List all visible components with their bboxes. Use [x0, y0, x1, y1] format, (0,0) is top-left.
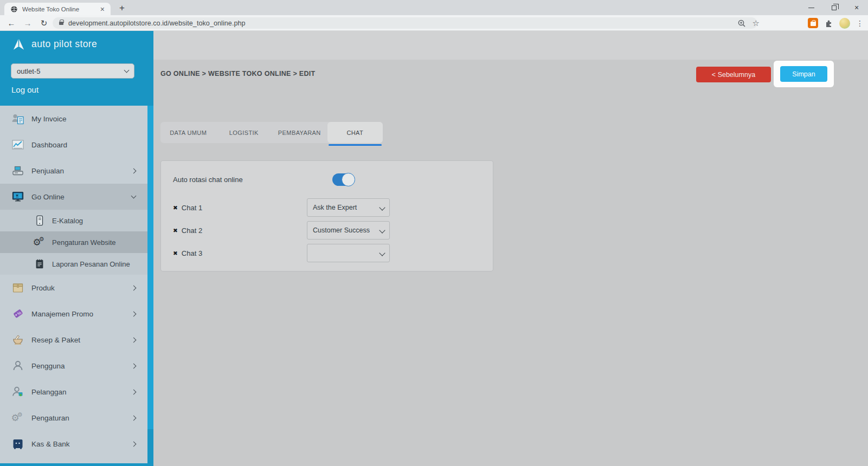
- window-close-button[interactable]: ×: [845, 0, 868, 15]
- sidebar-item-pengaturan-website[interactable]: ⚙⚙ Pengaturan Website: [0, 231, 147, 253]
- browser-toolbar: ← → ↻ development.autopilotstore.co.id/w…: [0, 15, 868, 31]
- remove-cross-icon[interactable]: ✖: [173, 204, 178, 211]
- mortar-pestle-icon: [11, 333, 25, 346]
- previous-button[interactable]: < Sebelumnya: [696, 67, 771, 82]
- back-button[interactable]: ←: [4, 16, 18, 30]
- website-settings-gears-icon: ⚙⚙: [33, 236, 47, 249]
- sidebar-item-laporan-pesanan-online[interactable]: Laporan Pesanan Online: [0, 253, 147, 275]
- sidebar-item-label: Produk: [31, 284, 55, 292]
- auto-rotate-chat-label: Auto rotasi chat online: [173, 176, 307, 184]
- browser-tab[interactable]: Website Toko Online ×: [4, 3, 111, 15]
- chevron-down-icon: [131, 193, 137, 199]
- product-box-icon: [11, 281, 25, 294]
- tab-chat[interactable]: CHAT: [327, 122, 383, 143]
- restore-icon: [832, 5, 837, 10]
- browser-tab-title: Website Toko Online: [22, 6, 99, 12]
- remove-cross-icon[interactable]: ✖: [173, 227, 178, 234]
- chat-2-select-wrap: Customer Success: [307, 221, 390, 240]
- sidebar-item-label: Manajemen Promo: [31, 310, 93, 318]
- sidebar-item-pelanggan[interactable]: Pelanggan: [0, 379, 147, 405]
- chevron-right-icon: [131, 285, 137, 290]
- lock-icon: [59, 22, 63, 25]
- sidebar-item-e-katalog[interactable]: E-Katalog: [0, 210, 147, 231]
- chat-2-label: ✖ Chat 2: [173, 226, 307, 235]
- save-button-highlight: Simpan: [774, 61, 834, 87]
- sidebar-item-go-online[interactable]: Go Online: [0, 184, 147, 210]
- sidebar: auto pilot store outlet-5 Log out My Inv…: [0, 31, 153, 466]
- auto-rotate-chat-toggle[interactable]: [332, 173, 354, 186]
- outlet-select-value: outlet-5: [17, 67, 125, 75]
- settings-gears-icon: ⚙⚙: [11, 411, 25, 424]
- breadcrumb: GO ONLINE > WEBSITE TOKO ONLINE > EDIT: [160, 70, 316, 77]
- window-restore-button[interactable]: [822, 0, 845, 15]
- chevron-right-icon: [131, 337, 137, 342]
- sidebar-item-label: Pelanggan: [31, 388, 67, 396]
- sidebar-menu: My Invoice Dashboard Penjualan Go O: [0, 106, 147, 463]
- chat-1-label-text: Chat 1: [182, 204, 202, 212]
- forward-button[interactable]: →: [21, 16, 35, 30]
- bookmark-star-icon[interactable]: ☆: [753, 18, 760, 28]
- top-navbar: [153, 31, 868, 60]
- sidebar-item-my-invoice[interactable]: My Invoice: [0, 106, 147, 132]
- tab-data-umum[interactable]: DATA UMUM: [160, 122, 216, 143]
- sidebar-item-label: Dashboard: [31, 141, 67, 149]
- sidebar-item-label: Pengaturan: [31, 414, 69, 422]
- chat-3-select-wrap: [307, 244, 390, 262]
- invoice-user-icon: [11, 112, 25, 125]
- sidebar-item-label: Penjualan: [31, 167, 64, 175]
- close-tab-icon[interactable]: ×: [99, 5, 106, 14]
- chat-3-label: ✖ Chat 3: [173, 249, 307, 257]
- window-minimize-button[interactable]: [800, 0, 822, 15]
- sidebar-item-label: Kas & Bank: [31, 440, 70, 448]
- shopping-extension-icon[interactable]: [808, 18, 818, 28]
- outlet-select[interactable]: outlet-5: [11, 63, 134, 79]
- user-icon: [11, 359, 25, 372]
- customer-icon: [11, 385, 25, 398]
- tab-pembayaran[interactable]: PEMBAYARAN: [272, 122, 327, 143]
- sidebar-item-dashboard[interactable]: Dashboard: [0, 132, 147, 158]
- extensions-puzzle-icon[interactable]: [824, 18, 833, 28]
- paper-plane-logo-icon: [11, 37, 26, 51]
- sidebar-item-label: E-Katalog: [52, 217, 83, 225]
- browser-tab-strip: Website Toko Online × + ×: [0, 0, 868, 15]
- toggle-knob: [342, 173, 355, 186]
- sidebar-item-resep-paket[interactable]: Resep & Paket: [0, 327, 147, 353]
- reload-button[interactable]: ↻: [37, 16, 51, 30]
- sidebar-item-manajemen-promo[interactable]: % Manajemen Promo: [0, 301, 147, 327]
- sidebar-item-pengaturan[interactable]: ⚙⚙ Pengaturan: [0, 405, 147, 431]
- sidebar-item-penjualan[interactable]: Penjualan: [0, 158, 147, 184]
- chat-1-select-wrap: Ask the Expert: [307, 198, 390, 217]
- remove-cross-icon[interactable]: ✖: [173, 250, 178, 256]
- chat-1-select[interactable]: Ask the Expert: [307, 198, 390, 217]
- chat-3-label-text: Chat 3: [182, 249, 202, 257]
- chat-2-select[interactable]: Customer Success: [307, 221, 390, 240]
- profile-avatar[interactable]: [839, 18, 850, 29]
- chevron-right-icon: [131, 389, 137, 394]
- sidebar-item-label: Resep & Paket: [31, 336, 80, 344]
- address-bar[interactable]: development.autopilotstore.co.id/website…: [53, 17, 757, 29]
- chevron-down-icon: [124, 68, 130, 73]
- sidebar-item-label: Laporan Pesanan Online: [52, 260, 130, 268]
- site-favicon-globe-icon: [10, 5, 18, 13]
- promo-tag-icon: %: [11, 307, 25, 320]
- chevron-right-icon: [131, 168, 137, 173]
- browser-menu-icon[interactable]: ⋮: [856, 19, 864, 28]
- sidebar-scrollbar[interactable]: [147, 106, 153, 429]
- sidebar-item-produk[interactable]: Produk: [0, 275, 147, 301]
- page-content: GO ONLINE > WEBSITE TOKO ONLINE > EDIT <…: [153, 60, 868, 466]
- sidebar-item-kas-bank[interactable]: Kas & Bank: [0, 431, 147, 457]
- chat-1-label: ✖ Chat 1: [173, 204, 307, 212]
- logout-link[interactable]: Log out: [11, 85, 38, 94]
- chat-3-select[interactable]: [307, 244, 390, 262]
- zoom-icon[interactable]: [737, 19, 746, 28]
- sidebar-item-label: Pengaturan Website: [52, 238, 116, 247]
- sidebar-item-pengguna[interactable]: Pengguna: [0, 353, 147, 379]
- chart-dashboard-icon: [11, 138, 25, 151]
- tab-logistik[interactable]: LOGISTIK: [216, 122, 272, 143]
- new-tab-button[interactable]: +: [115, 2, 129, 14]
- phone-catalog-icon: [33, 214, 47, 227]
- save-button[interactable]: Simpan: [780, 66, 827, 82]
- chevron-right-icon: [131, 441, 137, 446]
- chevron-right-icon: [131, 311, 137, 316]
- chat-settings-card: Auto rotasi chat online ✖ Chat 1 Ask the…: [160, 160, 493, 271]
